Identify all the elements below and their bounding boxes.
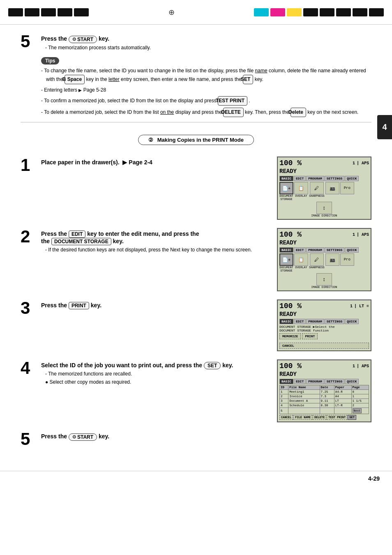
lcd-screen-2: 100 % 1 | APS READY BASIC EDIT PROGRAM S…: [277, 228, 371, 291]
lcd-tab-basic-4[interactable]: BASIC: [279, 379, 293, 384]
next-btn[interactable]: Next: [353, 408, 362, 413]
row1-name: Meeting1: [288, 390, 320, 394]
lcd-tab-basic-3[interactable]: BASIC: [279, 319, 293, 324]
docstorage-key[interactable]: DOCUMENT STORAGE: [51, 238, 111, 245]
test-print-key-tip[interactable]: TEST PRINT: [218, 96, 247, 106]
lcd-ready-1: READY: [279, 168, 369, 175]
row2-date: 7.3: [320, 394, 334, 399]
color-block-r-black-1: [303, 8, 318, 16]
color-block-r-black-3: [336, 8, 351, 16]
lcd-icon-imgdir-2[interactable]: ↕: [316, 273, 332, 286]
start-key-2[interactable]: ⊙ START: [69, 433, 97, 441]
lcd-testprint-btn[interactable]: TEST PRINT: [327, 415, 347, 420]
row3-name: Document A: [288, 399, 320, 403]
step-2-screen: 100 % 1 | APS READY BASIC EDIT PROGRAM S…: [277, 228, 371, 291]
table-row[interactable]: 4 Schedule 8.30 LT-R 2: [280, 403, 369, 408]
row2-paper: A4: [334, 394, 351, 399]
step-4-screen: 100 % 1 | APS READY BASIC EDIT PROGRAM S…: [277, 359, 371, 422]
lcd-tab-settings-4[interactable]: SETTINGS: [325, 379, 344, 384]
lcd-icon-pro[interactable]: Pro: [340, 182, 354, 194]
divider-1: [21, 122, 371, 122]
step-3-screen: 100 % 1 | LT ≡ READY BASIC EDIT PROGRAM …: [277, 299, 371, 351]
table-row[interactable]: 2 Invoice 7.3 A4 1: [280, 394, 369, 399]
step-3: 3 Press the PRINT key.: [21, 299, 269, 317]
edit-key[interactable]: EDIT: [69, 230, 85, 238]
lcd-screen-4: 100 % 1 | APS READY BASIC EDIT PROGRAM S…: [277, 359, 371, 422]
step-4-content: Select the ID of the job you want to pri…: [41, 359, 269, 385]
start-key-1[interactable]: ⊙ START: [69, 36, 97, 43]
lcd-screen-1: 100 % 1 | APS READY BASIC EDIT PROGRAM S…: [277, 157, 371, 220]
lcd-tab-quick-3[interactable]: QUICK: [345, 319, 359, 324]
step-5-first: 5 Press the ⊙ START key. The memorizatio…: [21, 33, 371, 51]
lcd-cancel-bottom[interactable]: CANCEL: [279, 415, 293, 420]
step-4-left: 4 Select the ID of the job you want to p…: [21, 359, 269, 422]
lcd-set-btn[interactable]: SET: [348, 415, 356, 420]
row2-name: Invoice: [288, 394, 320, 399]
tip-3: To confirm a memorized job, select the I…: [41, 96, 371, 106]
lcd-tab-program-4[interactable]: PROGRAM: [306, 379, 324, 384]
lcd-tab-edit-2[interactable]: EDIT: [294, 247, 306, 253]
lcd-col-page: Page: [351, 385, 369, 390]
lcd-delete-btn[interactable]: DELETE: [313, 415, 326, 420]
lcd-icon-sharpness-2[interactable]: 🖊: [310, 253, 324, 266]
lcd-bottom-btns: CANCEL FILE NAME DELETE TEST PRINT SET: [279, 415, 369, 420]
lcd-icon-overlay[interactable]: 📋: [294, 182, 308, 194]
table-row[interactable]: 1 Meeting1 7.25 A4-R 8: [280, 390, 369, 394]
lcd-tab-quick-2[interactable]: QUICK: [345, 247, 359, 253]
delete2-key-tip[interactable]: Delete: [291, 108, 306, 117]
lcd-tab-settings-1[interactable]: SETTINGS: [325, 176, 344, 181]
table-row[interactable]: 3 Document A 9.11 LT 1 1/5: [280, 399, 369, 403]
lcd-memorize-btn[interactable]: MEMORIZE: [279, 333, 301, 339]
lcd-icon-col-docstorage: 📄+ DOCUMENTSTORAGE: [279, 182, 293, 201]
lcd-icon-docstorage-2[interactable]: 📄+: [279, 253, 293, 266]
page-number: 4-29: [368, 475, 380, 482]
lcd-tab-program-2[interactable]: PROGRAM: [306, 247, 324, 253]
tips-label: Tips: [41, 57, 59, 64]
start-icon-2: ⊙: [72, 434, 76, 440]
color-block-black-5: [74, 8, 89, 16]
row3-id: 3: [280, 399, 288, 403]
step-5-first-sub: The memorization process starts automati…: [45, 45, 371, 51]
step-4-sub2: Select other copy modes as required.: [45, 379, 269, 385]
color-block-r-black-5: [369, 8, 384, 16]
set-key-tip[interactable]: SET: [243, 75, 253, 84]
lcd-tab-edit-3[interactable]: EDIT: [294, 319, 306, 324]
set-key-step4[interactable]: SET: [204, 362, 221, 369]
lcd-col-date: Date: [320, 385, 334, 390]
lcd-icon-sharpness[interactable]: 🖊: [310, 182, 324, 194]
table-row[interactable]: 5 Next: [280, 408, 369, 414]
color-block-black-1: [8, 8, 23, 16]
lcd-tab-program-3[interactable]: PROGRAM: [306, 319, 324, 324]
step-1: 1 Place paper in the drawer(s). ▶ Page 2…: [21, 157, 269, 174]
lcd-label-overlay: OVERLAY: [295, 194, 307, 198]
step-2-left: 2 Press the EDIT key to enter the edit m…: [21, 228, 269, 291]
row4-name: Schedule: [288, 403, 320, 408]
step-4-title: Select the ID of the job you want to pri…: [41, 362, 269, 369]
the-label: the: [41, 238, 51, 244]
lcd-percent-1: 100 %: [279, 159, 302, 167]
lcd-tab-quick-1[interactable]: QUICK: [345, 176, 359, 181]
lcd-tab-edit-1[interactable]: EDIT: [294, 176, 306, 181]
lcd-filename-btn[interactable]: FILE NAME: [293, 415, 312, 420]
lcd-tab-basic-1[interactable]: BASIC: [279, 176, 293, 181]
lcd-icon-docstorage[interactable]: 📄+: [279, 182, 293, 194]
lcd-tab-settings-3[interactable]: SETTINGS: [325, 319, 344, 324]
lcd-tab-settings-2[interactable]: SETTINGS: [325, 247, 344, 253]
lcd-tab-program-1[interactable]: PROGRAM: [306, 176, 324, 181]
lcd-tab-quick-4[interactable]: QUICK: [345, 379, 359, 384]
lcd-print-btn[interactable]: PRINT: [302, 333, 318, 339]
lcd-cancel-btn[interactable]: CANCEL: [279, 343, 369, 349]
lcd-tab-basic-2[interactable]: BASIC: [279, 247, 293, 253]
bspace-key[interactable]: B Space: [65, 75, 85, 84]
step-1-number: 1: [21, 157, 37, 174]
lcd-icon-col-imgdir: ↕ IMAGE DIRECTION: [279, 202, 369, 217]
lcd-icon-imgdir[interactable]: ↕: [316, 202, 332, 214]
delete-key-tip[interactable]: DELETE: [223, 108, 243, 117]
color-block-magenta: [270, 8, 285, 16]
color-block-yellow: [287, 8, 302, 16]
print-key[interactable]: PRINT: [69, 302, 89, 309]
lcd-tabs-4: BASIC EDIT PROGRAM SETTINGS QUICK: [279, 379, 369, 384]
lcd-tab-edit-4[interactable]: EDIT: [294, 379, 306, 384]
lcd-icon-overlay-2[interactable]: 📋: [294, 253, 308, 266]
lcd-icon-pro-2[interactable]: Pro: [340, 253, 354, 266]
